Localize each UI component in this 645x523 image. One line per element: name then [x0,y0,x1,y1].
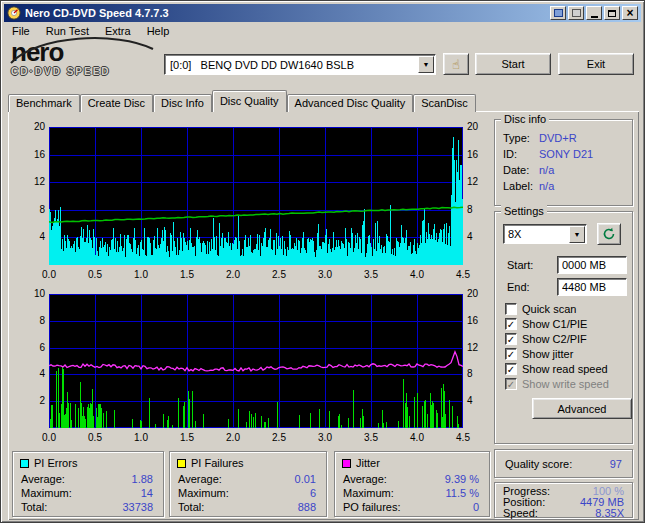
stat-label: Total: [21,501,47,513]
refresh-button[interactable] [597,223,621,245]
app-window: Nero CD-DVD Speed 4.7.7.3 × File Run Tes… [0,0,645,523]
drive-action-button[interactable]: ☝ [443,53,469,75]
close-button[interactable]: × [622,6,638,20]
y-axis-tick: 8 [19,204,45,215]
titlebar[interactable]: Nero CD-DVD Speed 4.7.7.3 × [4,4,641,22]
jitter-swatch [342,459,351,468]
menu-item-help[interactable]: Help [139,23,178,39]
nero-logo: nero CD·DVD SPEED [11,39,161,89]
checkbox-label: Show write speed [522,378,609,390]
x-axis-tick: 2.0 [220,269,246,280]
tab-benchmark[interactable]: Benchmark [8,94,80,112]
checkbox-label: Show jitter [522,348,573,360]
disc-info-group: Disc info Type:DVD+R ID:SONY D21 Date:n/… [494,119,633,206]
titlebar-tool-button-2[interactable] [568,6,584,20]
y-axis-tick: 12 [467,342,493,353]
disc-info-value: SONY D21 [539,148,593,160]
x-axis-tick: 1.5 [174,432,200,443]
quality-score-group: Quality score: 97 [494,449,633,478]
advanced-button[interactable]: Advanced [532,398,632,419]
jitter-panel: Jitter Average:9.39 % Maximum:11.5 % PO … [334,451,490,517]
menu-item-extra[interactable]: Extra [97,23,139,39]
y-axis-tick: 4 [19,231,45,242]
pi-failures-jitter-chart [49,294,463,428]
quality-score-value: 97 [610,458,622,470]
stat-label: Maximum: [21,487,72,499]
y-axis-tick: 20 [467,288,493,299]
disc-info-label: ID: [503,148,539,160]
quality-score-label: Quality score: [505,458,572,470]
tab-disc-quality[interactable]: Disc Quality [212,90,287,112]
end-mb-label: End: [507,281,530,293]
y-axis-tick: 8 [467,368,493,379]
stat-value: 33738 [122,501,153,513]
x-axis-tick: 4.5 [450,269,476,280]
progress-group: Progress:100 % Position:4479 MB Speed:8.… [494,482,633,518]
quick-scan-checkbox[interactable]: Quick scan [505,302,576,316]
x-axis-tick: 4.0 [404,269,430,280]
y-axis-tick: 20 [467,121,493,132]
x-axis-tick: 1.5 [174,269,200,280]
disc-info-value: DVD+R [539,132,577,144]
stat-value: 9.39 % [445,473,479,485]
logo-wordmark: nero [11,39,161,65]
disc-info-legend: Disc info [501,113,549,125]
menubar: File Run Test Extra Help [4,22,641,40]
checkbox-icon[interactable]: ✓ [505,363,517,375]
disc-info-value: n/a [539,164,554,176]
titlebar-tool-button-1[interactable] [550,6,566,20]
tab-disc-info[interactable]: Disc Info [153,94,212,112]
logo-subtitle: CD·DVD SPEED [11,66,161,77]
show-read-speed-checkbox[interactable]: ✓Show read speed [505,362,608,376]
y-axis-tick: 4 [467,395,493,406]
drive-select[interactable]: [0:0] BENQ DVD DD DW1640 BSLB ▼ [164,54,436,75]
x-axis-tick: 0.5 [82,432,108,443]
stat-value: 0 [473,501,479,513]
chevron-down-icon[interactable]: ▼ [418,56,434,73]
x-axis-tick: 2.5 [266,269,292,280]
pi-errors-title: PI Errors [34,457,77,469]
drive-select-value: [0:0] BENQ DVD DD DW1640 BSLB [170,59,417,71]
app-icon [7,6,21,20]
speed-value: 8.35X [595,508,624,519]
minimize-button[interactable] [586,6,602,20]
y-axis-tick: 20 [19,121,45,132]
chevron-down-icon[interactable]: ▼ [569,226,585,243]
y-axis-tick: 16 [467,315,493,326]
pi-errors-panel: PI Errors Average:1.88 Maximum:14 Total:… [12,451,164,517]
speed-select[interactable]: 8X ▼ [503,224,587,244]
disc-info-label: Type: [503,132,539,144]
show-c2-pif-checkbox[interactable]: ✓Show C2/PIF [505,332,587,346]
stat-label: Maximum: [343,487,394,499]
show-write-speed-checkbox[interactable]: ✓Show write speed [505,377,609,391]
stat-value: 11.5 % [446,487,479,499]
speed-select-value: 8X [508,228,568,240]
checkbox-icon[interactable]: ✓ [505,333,517,345]
show-jitter-checkbox[interactable]: ✓Show jitter [505,347,573,361]
jitter-title: Jitter [356,457,380,469]
speed-label: Speed: [503,508,538,519]
stat-value: 14 [141,487,153,499]
tab-scandisc[interactable]: ScanDisc [413,94,475,112]
checkbox-icon[interactable] [505,303,517,315]
x-axis-tick: 1.0 [128,269,154,280]
start-button[interactable]: Start [475,53,551,75]
tab-create-disc[interactable]: Create Disc [80,94,153,112]
start-mb-input[interactable] [557,256,627,274]
y-axis-tick: 16 [467,149,493,160]
settings-legend: Settings [501,205,547,217]
checkbox-icon[interactable]: ✓ [505,348,517,360]
tab-advanced-disc-quality[interactable]: Advanced Disc Quality [287,94,414,112]
end-mb-input[interactable] [557,278,627,296]
show-c1-pie-checkbox[interactable]: ✓Show C1/PIE [505,317,587,331]
y-axis-tick: 12 [19,176,45,187]
x-axis-tick: 0.5 [82,269,108,280]
checkbox-icon[interactable]: ✓ [505,318,517,330]
minimize-icon [591,16,598,18]
stat-label: Total: [178,501,204,513]
exit-button[interactable]: Exit [558,53,634,75]
checkbox-icon[interactable]: ✓ [505,378,517,390]
x-axis-tick: 3.0 [312,432,338,443]
maximize-button[interactable] [604,6,620,20]
pi-failures-panel: PI Failures Average:0.01 Maximum:6 Total… [169,451,327,517]
